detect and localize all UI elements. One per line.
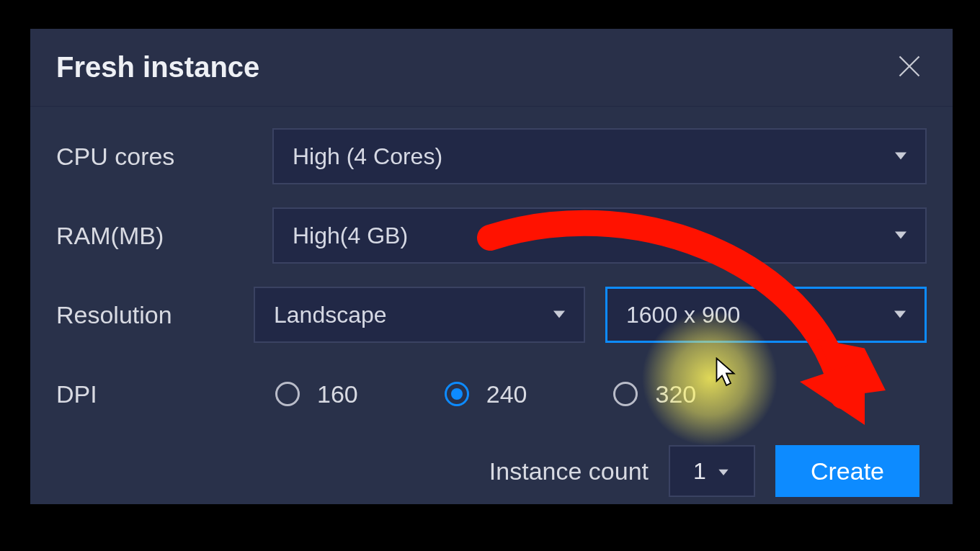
row-dpi: DPI 160 240 320 xyxy=(56,366,927,422)
dialog-body: CPU cores High (4 Cores) RAM(MB) High(4 … xyxy=(30,107,953,511)
instance-count-label: Instance count xyxy=(489,457,649,485)
fresh-instance-dialog: Fresh instance CPU cores High (4 Cores) xyxy=(30,29,953,504)
close-button[interactable] xyxy=(892,50,927,85)
close-icon xyxy=(896,53,922,82)
radio-icon xyxy=(275,382,300,406)
create-button[interactable]: Create xyxy=(775,445,919,497)
dpi-option-label: 160 xyxy=(317,380,358,408)
chevron-down-icon xyxy=(551,302,568,328)
svg-marker-5 xyxy=(894,311,906,318)
dialog-title: Fresh instance xyxy=(56,51,259,84)
cpu-cores-select[interactable]: High (4 Cores) xyxy=(272,128,927,184)
row-resolution: Resolution Landscape 1600 x 900 xyxy=(56,287,927,343)
resolution-size-value: 1600 x 900 xyxy=(626,302,740,328)
dpi-label: DPI xyxy=(56,380,272,408)
dpi-radio-240[interactable]: 240 xyxy=(445,380,527,408)
dpi-option-label: 320 xyxy=(655,380,696,408)
dpi-radio-group: 160 240 320 xyxy=(272,380,927,408)
dialog-titlebar: Fresh instance xyxy=(30,29,953,107)
row-ram: RAM(MB) High(4 GB) xyxy=(56,207,927,264)
svg-marker-4 xyxy=(553,311,565,318)
create-button-label: Create xyxy=(811,457,884,485)
ram-select[interactable]: High(4 GB) xyxy=(272,207,927,264)
dialog-footer: Instance count 1 Create xyxy=(56,445,927,497)
dpi-radio-320[interactable]: 320 xyxy=(613,380,696,408)
instance-count-select[interactable]: 1 xyxy=(669,445,755,497)
radio-icon xyxy=(445,382,469,406)
cpu-cores-value: High (4 Cores) xyxy=(293,143,442,170)
resolution-orientation-select[interactable]: Landscape xyxy=(254,287,585,343)
svg-marker-3 xyxy=(895,232,906,239)
radio-icon xyxy=(613,382,638,406)
chevron-down-icon xyxy=(892,223,909,249)
ram-label: RAM(MB) xyxy=(56,222,272,250)
chevron-down-icon xyxy=(716,458,731,485)
chevron-down-icon xyxy=(891,302,909,328)
svg-marker-2 xyxy=(895,153,906,160)
dpi-option-label: 240 xyxy=(486,380,527,408)
cpu-label: CPU cores xyxy=(56,143,272,171)
resolution-size-select[interactable]: 1600 x 900 xyxy=(605,287,927,343)
resolution-label: Resolution xyxy=(56,301,254,329)
instance-count-value: 1 xyxy=(693,458,706,485)
resolution-orientation-value: Landscape xyxy=(274,302,387,328)
ram-value: High(4 GB) xyxy=(293,223,408,249)
row-cpu: CPU cores High (4 Cores) xyxy=(56,128,927,184)
chevron-down-icon xyxy=(892,143,909,170)
dpi-radio-160[interactable]: 160 xyxy=(275,380,358,408)
svg-marker-6 xyxy=(718,469,728,475)
